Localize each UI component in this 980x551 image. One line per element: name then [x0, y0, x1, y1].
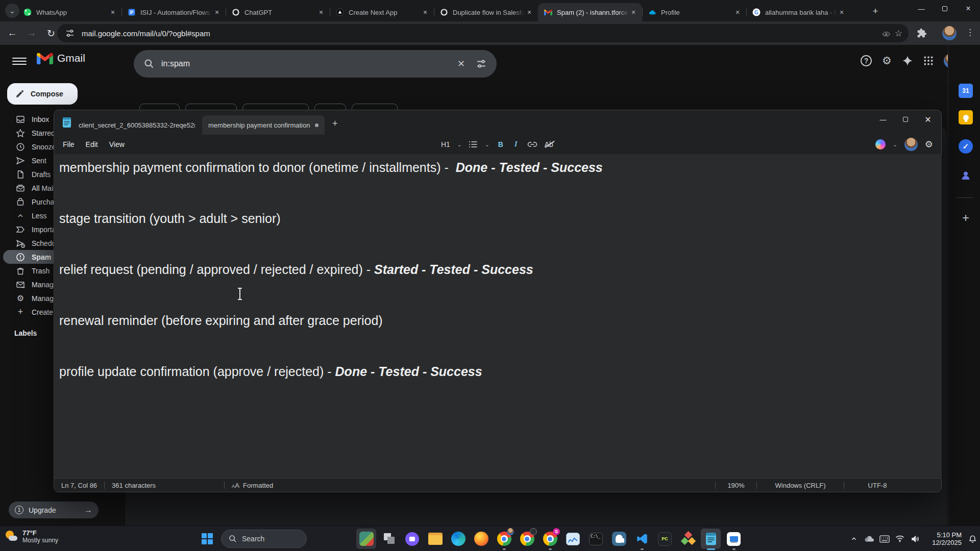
diamonds-app-icon[interactable]	[676, 528, 699, 550]
bold-button[interactable]: B	[497, 140, 505, 148]
notepad-taskbar-icon[interactable]	[699, 528, 722, 550]
minimize-button[interactable]: —	[872, 111, 894, 128]
upgrade-button[interactable]: 1 Upgrade →	[9, 502, 99, 518]
encoding[interactable]: UTF-8	[844, 482, 911, 489]
browser-tab-google-search[interactable]: G allahumma barik laha - G ×	[746, 3, 850, 21]
list-dropdown[interactable]	[469, 140, 478, 148]
onedrive-icon[interactable]	[862, 526, 877, 551]
chrome-profile3-icon[interactable]: S	[538, 528, 561, 550]
gmail-search-bar[interactable]: in:spam ✕	[134, 50, 497, 78]
help-icon[interactable]: ?	[861, 55, 872, 66]
taskpro-app-icon[interactable]	[722, 528, 745, 550]
clipboard-app-icon[interactable]	[378, 528, 401, 550]
browser-tab-gmail-spam[interactable]: Spam (2) - ishann.tforce@ ×	[538, 3, 642, 21]
volume-icon[interactable]	[908, 526, 923, 551]
maximize-button[interactable]	[894, 111, 917, 128]
tab-close-icon[interactable]: ×	[108, 8, 117, 17]
site-info-icon[interactable]	[65, 29, 75, 38]
browser-tab-isij[interactable]: ISIJ - Automation/Flows S ×	[121, 3, 226, 21]
google-apps-grid-icon[interactable]	[923, 56, 934, 66]
search-input[interactable]: in:spam	[161, 59, 457, 68]
clear-formatting-icon[interactable]: Ab	[545, 140, 553, 148]
notepad-settings-gear-icon[interactable]: ⚙	[925, 139, 933, 150]
browser-tab-chatgpt[interactable]: ChatGPT ×	[226, 3, 330, 21]
tray-chevron-up-icon[interactable]	[846, 526, 862, 551]
forward-button[interactable]: →	[24, 26, 39, 40]
notepad-tab-client-secret[interactable]: client_secret_2_60053885332-2reqe52rribe	[72, 115, 201, 135]
taskbar-clock[interactable]: 5:10 PM 12/2/2025	[926, 531, 962, 546]
firefox-browser-icon[interactable]	[470, 528, 493, 550]
zoom-level[interactable]: 190%	[716, 482, 756, 489]
menu-edit[interactable]: Edit	[80, 140, 104, 148]
gemini-sparkle-icon[interactable]	[902, 55, 913, 66]
browser-profile-avatar[interactable]	[942, 26, 957, 40]
chevron-down-icon[interactable]: ⌄	[485, 142, 489, 147]
settings-gear-icon[interactable]: ⚙	[882, 55, 892, 67]
notepad-editor[interactable]: membership payment confirmation to donor…	[55, 154, 942, 479]
browser-tab-next-app[interactable]: Create Next App ×	[330, 3, 434, 21]
wifi-icon[interactable]	[892, 526, 908, 551]
chrome-profile1-icon[interactable]	[493, 528, 516, 550]
postgresql-icon[interactable]	[607, 528, 630, 550]
italic-button[interactable]: I	[512, 140, 520, 148]
reload-button[interactable]: ↻	[44, 26, 58, 40]
heading-style-dropdown[interactable]: H1	[441, 140, 450, 148]
new-tab-button[interactable]: +	[869, 5, 882, 18]
formatted-indicator[interactable]: AA Formatted	[225, 482, 280, 489]
chevron-down-icon[interactable]: ⌄	[893, 142, 897, 147]
search-options-icon[interactable]	[476, 59, 486, 69]
video-app-icon[interactable]	[401, 528, 424, 550]
file-explorer-icon[interactable]	[424, 528, 447, 550]
notepad-new-tab-button[interactable]: +	[332, 118, 338, 129]
url-text[interactable]: mail.google.com/mail/u/0/?ogbl#spam	[82, 29, 210, 38]
close-button[interactable]: ✕	[917, 111, 939, 128]
copilot-icon[interactable]	[875, 139, 886, 149]
weather-widget[interactable]: 77°F Mostly sunny	[5, 529, 58, 544]
bookmark-star-icon[interactable]: ☆	[895, 28, 902, 39]
terminal-icon[interactable]: C:\_	[584, 528, 607, 550]
taskbar-search[interactable]: Search	[221, 530, 307, 548]
vscode-icon[interactable]	[630, 528, 653, 550]
minimize-button[interactable]: —	[910, 0, 933, 17]
sidebar-item-spam[interactable]: Spam	[3, 250, 59, 264]
tab-close-icon[interactable]: ×	[421, 8, 430, 17]
browser-tab-whatsapp[interactable]: WhatsApp ×	[17, 3, 121, 21]
search-icon[interactable]	[144, 59, 154, 69]
address-bar[interactable]: mail.google.com/mail/u/0/?ogbl#spam ◇◇ ☆	[57, 24, 909, 42]
restore-button[interactable]	[933, 0, 957, 17]
tab-close-icon[interactable]: ×	[629, 8, 638, 17]
main-menu-icon[interactable]	[12, 54, 27, 68]
contacts-icon[interactable]	[959, 168, 973, 183]
keep-icon[interactable]	[959, 110, 973, 124]
back-button[interactable]: ←	[5, 26, 19, 40]
edge-browser-icon[interactable]	[447, 528, 470, 550]
line-ending[interactable]: Windows (CRLF)	[757, 482, 844, 489]
pinned-app-icon[interactable]	[355, 528, 378, 550]
menu-file[interactable]: File	[57, 140, 80, 148]
menu-view[interactable]: View	[104, 140, 130, 148]
reading-mode-icon[interactable]: ◇◇	[883, 30, 888, 37]
calendar-icon[interactable]: 31	[959, 84, 973, 98]
link-icon[interactable]	[527, 140, 537, 148]
notepad-tab-membership[interactable]: membership payment confirmation	[202, 115, 325, 135]
compose-button[interactable]: Compose	[7, 83, 78, 105]
chrome-profile2-icon[interactable]	[516, 528, 538, 550]
notepad-account-avatar[interactable]	[904, 138, 918, 151]
chevron-down-icon[interactable]: ⌄	[457, 142, 461, 147]
close-button[interactable]: ×	[957, 0, 980, 17]
browser-tab-salesforce-chat[interactable]: Duplicate flow in Salesforc ×	[434, 3, 538, 21]
browser-menu-icon[interactable]: ⋮	[966, 27, 974, 38]
touch-keyboard-icon[interactable]	[877, 526, 892, 551]
tab-close-icon[interactable]: ×	[733, 8, 742, 17]
task-manager-icon[interactable]	[561, 528, 584, 550]
tab-close-icon[interactable]: ×	[316, 8, 326, 17]
tasks-icon[interactable]: ✓	[959, 139, 973, 154]
start-button[interactable]	[202, 533, 213, 544]
browser-tab-salesforce-profile[interactable]: Profile ×	[642, 3, 746, 21]
tab-close-icon[interactable]: ×	[525, 8, 534, 17]
clear-search-icon[interactable]: ✕	[457, 58, 465, 69]
notifications-bell-icon[interactable]	[965, 526, 980, 551]
extensions-puzzle-icon[interactable]	[917, 28, 927, 38]
tab-close-icon[interactable]: ×	[212, 8, 222, 17]
get-addons-icon[interactable]: +	[959, 211, 973, 225]
